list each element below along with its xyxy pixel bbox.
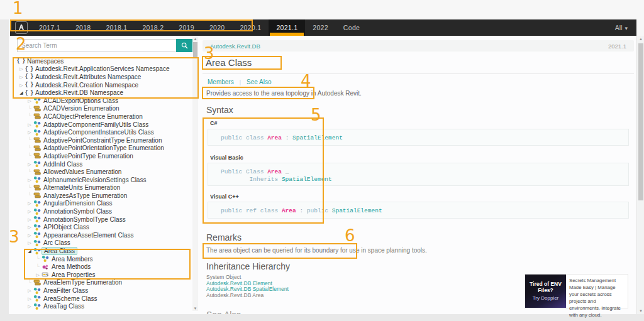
tree-item[interactable]: ▷AreaFilter Class	[9, 286, 191, 295]
expand-icon[interactable]: ▷	[26, 217, 33, 222]
tree-item-label: AdaptivePointType Enumeration	[42, 153, 135, 160]
expand-icon[interactable]: ▷	[26, 288, 33, 293]
expand-icon[interactable]: ▷	[26, 99, 33, 103]
tree-connector: └	[26, 193, 33, 198]
see-also-link[interactable]: See Also	[247, 79, 271, 85]
ad-banner[interactable]: Tired of ENV Files? Try Doppler	[525, 275, 566, 308]
class-icon	[33, 231, 42, 239]
tree-item[interactable]: ◢Area Class	[9, 247, 191, 255]
expand-icon[interactable]: ▷	[26, 241, 33, 245]
tree-item[interactable]: ▷Arc Class	[9, 239, 191, 248]
expand-icon[interactable]: ▷	[18, 67, 25, 71]
tree-item-label: Autodesk.Revit.DB Namespace	[33, 89, 125, 96]
tree-item[interactable]: └AdaptivePointConstraintType Enumeration	[9, 136, 191, 144]
tab-2020.1[interactable]: 2020.1	[232, 19, 269, 36]
tree-item[interactable]: └ACADVersion Enumeration	[9, 105, 191, 113]
sidebar-scrollbar-thumb[interactable]	[193, 42, 197, 57]
tree-item[interactable]: └AreaElemType Enumeration	[9, 279, 191, 287]
tree-item[interactable]: ▷AdaptiveComponentInstanceUtils Class	[9, 128, 191, 136]
tab-2020[interactable]: 2020	[202, 19, 233, 36]
tree-item[interactable]: ▷AdaptiveComponentFamilyUtils Class	[9, 121, 191, 129]
tree-item[interactable]: └ACAObjectPreference Enumeration	[9, 112, 191, 121]
revit-api-docs-logo[interactable]	[15, 21, 28, 34]
tree-item[interactable]: └Area Members	[9, 255, 191, 263]
members-link[interactable]: Members	[208, 79, 234, 85]
expand-icon[interactable]: ▷	[18, 75, 25, 79]
see-also-heading-clipped: See Also	[206, 310, 241, 314]
ad-cta-link[interactable]: Try Doppler	[533, 295, 559, 301]
collapse-icon[interactable]: ◢	[18, 90, 25, 95]
expand-icon[interactable]: ▷	[26, 209, 33, 214]
tab-2018.2[interactable]: 2018.2	[135, 19, 171, 36]
tree-item[interactable]: └AnalyzesAsType Enumeration	[9, 192, 191, 200]
csharp-code-block: public class Area : SpatialElement	[208, 129, 629, 146]
tree-item[interactable]: ▷ACADExportOptions Class	[9, 97, 191, 105]
ad-headline: Tired of ENV Files?	[525, 281, 566, 293]
tree-item-label: Namespaces	[25, 58, 65, 65]
tree-item[interactable]: ▷AlphanumericRevisionSettings Class	[9, 176, 191, 184]
tree-item[interactable]: ▷{ }Autodesk.Revit.Attributes Namespace	[9, 73, 191, 81]
tree-connector: └	[35, 264, 41, 269]
tree-item[interactable]: ▷AreaScheme Class	[9, 295, 191, 303]
tab-code[interactable]: Code	[336, 19, 367, 36]
tree-connector: └	[26, 170, 33, 175]
expand-icon[interactable]: ▷	[35, 273, 41, 277]
page-scrollbar-thumb[interactable]	[638, 43, 643, 200]
expand-icon[interactable]: ▷	[26, 201, 33, 205]
tab-2017.1[interactable]: 2017.1	[31, 19, 68, 36]
expand-icon[interactable]: ▷	[26, 178, 33, 182]
scroll-up-icon[interactable]: ▲	[637, 37, 644, 41]
class-icon	[33, 303, 42, 310]
tree-item[interactable]: ▷AddInId Class	[9, 160, 191, 168]
tree-item-label: Area Properties	[50, 271, 97, 278]
tab-2018.1[interactable]: 2018.1	[98, 19, 135, 36]
expand-icon[interactable]: ▷	[26, 304, 33, 308]
search-input[interactable]	[17, 39, 177, 52]
properties-icon	[41, 271, 50, 278]
tree-item[interactable]: ▷AppearanceAssetElement Class	[9, 231, 191, 239]
expand-icon[interactable]: ▷	[26, 297, 33, 301]
tab-2019[interactable]: 2019	[171, 19, 202, 36]
filter-dropdown[interactable]: All	[615, 24, 628, 31]
page-scrollbar[interactable]: ▲ ▼	[636, 36, 644, 314]
tree-item[interactable]: ▷Area Properties	[9, 271, 191, 279]
breadcrumb-namespace-link[interactable]: Autodesk.Revit.DB	[210, 43, 260, 50]
tree-item[interactable]: ▷{ }Autodesk.Revit.ApplicationServices N…	[9, 65, 191, 73]
tree-item[interactable]: ▷AngularDimension Class	[9, 200, 191, 208]
tree-item[interactable]: ▷APIObject Class	[9, 223, 191, 231]
expand-icon[interactable]: ▷	[26, 233, 33, 237]
tree-item[interactable]: └AdaptivePointOrientationType Enumeratio…	[9, 144, 191, 153]
expand-icon[interactable]: ▷	[26, 122, 33, 127]
tree-item[interactable]: ▷AreaTag Class	[9, 302, 191, 310]
doppler-ad[interactable]: Tired of ENV Files? Try Doppler Secrets …	[525, 275, 628, 308]
tree-item[interactable]: ◢{ }Autodesk.Revit.DB Namespace	[9, 89, 191, 97]
tree-item-label: APIObject Class	[42, 224, 91, 231]
tree-item[interactable]: └AlternateUnits Enumeration	[9, 184, 191, 192]
tab-2021.1[interactable]: 2021.1	[269, 19, 305, 36]
tree-item-label: Area Methods	[50, 263, 92, 270]
collapse-icon[interactable]: ◢	[26, 249, 33, 253]
expand-icon[interactable]: ▷	[26, 130, 33, 134]
scroll-up-icon[interactable]: ▲	[192, 37, 198, 41]
tree-item-label: ACADVersion Enumeration	[42, 105, 121, 112]
class-icon	[33, 295, 42, 302]
tree-item[interactable]: └AdaptivePointType Enumeration	[9, 152, 191, 160]
tree-item[interactable]: ▷AnnotationSymbolType Class	[9, 215, 191, 224]
expand-icon[interactable]: ▷	[26, 225, 33, 229]
tree-item-label: AreaElemType Enumeration	[42, 279, 124, 286]
expand-icon[interactable]: ▷	[18, 83, 25, 87]
scroll-down-icon[interactable]: ▼	[637, 309, 644, 313]
tree-item[interactable]: ▷{ }Autodesk.Revit.Creation Namespace	[9, 81, 191, 89]
tree-connector: └	[26, 153, 33, 158]
tab-2022[interactable]: 2022	[305, 19, 336, 36]
tree-item[interactable]: └Area Methods	[9, 263, 191, 271]
tree-item[interactable]: { }Namespaces	[9, 57, 191, 65]
sidebar-scrollbar[interactable]: ▲ ▼	[192, 36, 198, 311]
tree-item[interactable]: ▷AnnotationSymbol Class	[9, 207, 191, 215]
tab-2018[interactable]: 2018	[68, 19, 99, 36]
search-button[interactable]	[176, 39, 193, 52]
scroll-down-icon[interactable]: ▼	[192, 307, 198, 310]
expand-icon[interactable]: ▷	[26, 162, 33, 166]
tree-item[interactable]: └AllowedValues Enumeration	[9, 168, 191, 176]
class-icon	[33, 208, 42, 215]
